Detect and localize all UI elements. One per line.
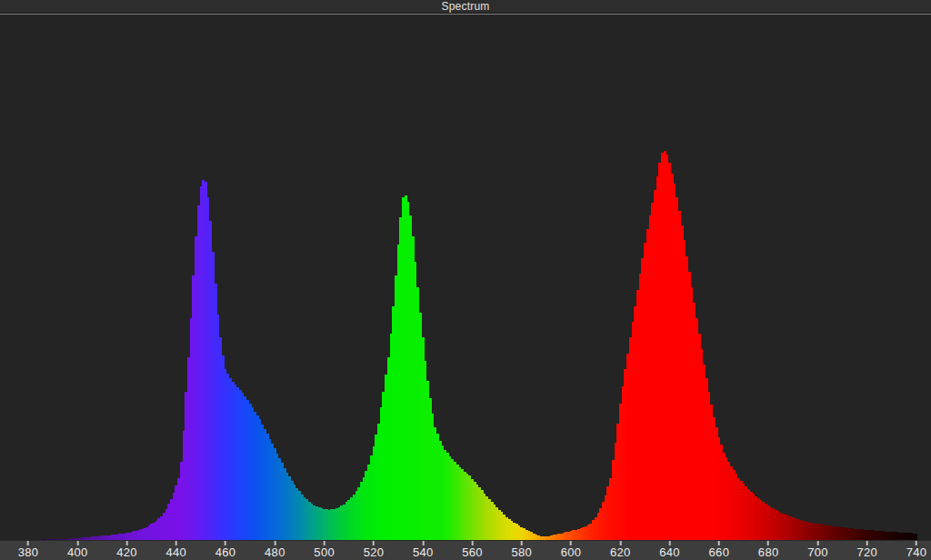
x-axis-tick-label: 580	[511, 546, 532, 559]
plot-area	[0, 15, 931, 540]
spectrum-window: Spectrum 3804004204404604805005205405605…	[0, 0, 931, 560]
x-axis-tick-label: 480	[265, 546, 285, 559]
x-axis-tick: 560	[462, 541, 483, 559]
x-axis-tick: 700	[807, 541, 828, 559]
x-axis-tick: 500	[314, 541, 335, 559]
x-axis-tick-label: 520	[364, 546, 385, 559]
x-axis-tick-label: 620	[610, 546, 631, 559]
x-axis-tick: 600	[561, 541, 582, 559]
x-axis-tick: 380	[18, 541, 39, 559]
x-axis-tick: 580	[511, 541, 532, 559]
x-axis-tick: 620	[610, 541, 631, 559]
x-axis-tick-label: 680	[758, 546, 779, 559]
x-axis: 3804004204404604805005205405605806006206…	[0, 540, 931, 560]
x-axis-tick: 420	[116, 541, 137, 559]
x-axis-tick: 660	[709, 541, 730, 559]
x-axis-tick-label: 600	[561, 546, 582, 559]
x-axis-tick-label: 720	[856, 546, 877, 559]
x-axis-tick: 680	[758, 541, 779, 559]
x-axis-tick: 480	[265, 541, 285, 559]
x-axis-tick-label: 380	[18, 546, 39, 559]
x-axis-tick-label: 400	[67, 546, 88, 559]
x-axis-tick: 440	[166, 541, 187, 559]
x-axis-tick: 400	[67, 541, 88, 559]
x-axis-tick: 640	[659, 541, 680, 559]
x-axis-tick-label: 440	[166, 546, 187, 559]
x-axis-tick-label: 640	[659, 546, 680, 559]
x-axis-tick: 540	[413, 541, 434, 559]
x-axis-tick: 720	[856, 541, 877, 559]
x-axis-tick-label: 420	[116, 546, 137, 559]
window-title: Spectrum	[442, 0, 490, 13]
x-axis-tick-label: 460	[215, 546, 236, 559]
x-axis-tick-label: 740	[906, 546, 927, 559]
window-titlebar[interactable]: Spectrum	[0, 0, 931, 13]
x-axis-tick-label: 700	[807, 546, 828, 559]
x-axis-tick-label: 560	[462, 546, 483, 559]
x-axis-tick-label: 540	[413, 546, 434, 559]
spectrum-plot	[0, 15, 931, 540]
x-axis-tick-label: 660	[709, 546, 730, 559]
x-axis-tick: 740	[906, 541, 927, 559]
x-axis-tick-label: 500	[314, 546, 335, 559]
x-axis-tick: 520	[364, 541, 385, 559]
x-axis-tick: 460	[215, 541, 236, 559]
